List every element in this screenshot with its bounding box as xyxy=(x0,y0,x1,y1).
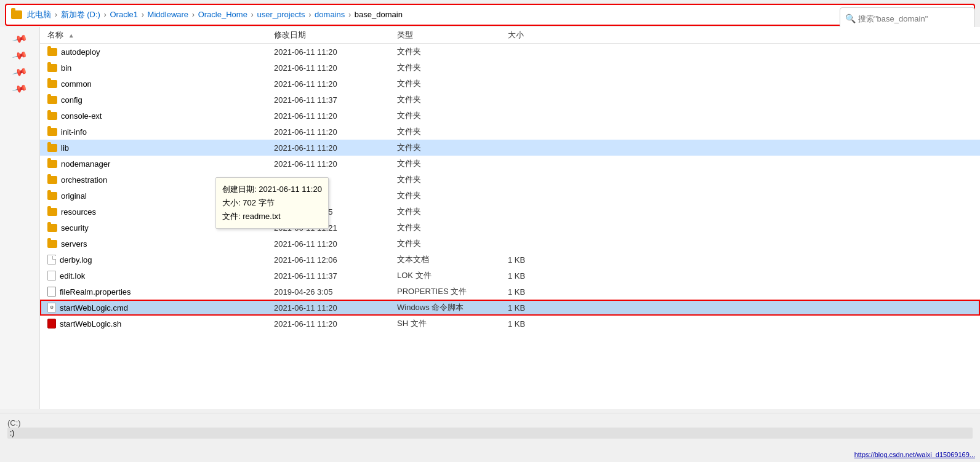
folder-icon xyxy=(47,144,57,152)
file-name: autodeploy xyxy=(61,47,100,57)
cell-type: 文件夹 xyxy=(397,158,508,169)
cell-size: 1 KB xyxy=(508,303,569,313)
cell-name: init-info xyxy=(40,127,274,137)
table-row[interactable]: edit.lok 2021-06-11 11:37 LOK 文件 1 KB xyxy=(40,268,980,284)
cell-date: 2021-06-11 11:37 xyxy=(274,271,397,281)
file-name: lib xyxy=(61,143,69,153)
table-row[interactable]: fileRealm.properties 2019-04-26 3:05 PRO… xyxy=(40,284,980,300)
table-row[interactable]: orchestration 文件夹 xyxy=(40,172,980,188)
drive-selected[interactable]: :) xyxy=(7,428,973,439)
col-header-type[interactable]: 类型 xyxy=(397,30,508,41)
table-row[interactable]: original 文件夹 xyxy=(40,188,980,204)
main-content: 📌 📌 📌 📌 名称 ▲ 修改日期 类型 大小 auto xyxy=(0,27,980,409)
address-bar[interactable]: 此电脑 › 新加卷 (D:) › Oracle1 › Middleware › … xyxy=(5,4,975,26)
cell-size: 1 KB xyxy=(508,319,569,329)
table-row[interactable]: common 2021-06-11 11:20 文件夹 xyxy=(40,76,980,92)
folder-icon xyxy=(47,224,57,232)
breadcrumb: 此电脑 › 新加卷 (D:) › Oracle1 › Middleware › … xyxy=(11,9,942,20)
search-input[interactable] xyxy=(858,14,957,23)
cell-date: 2021-06-11 11:20 xyxy=(274,79,397,89)
bottom-panel: (C:) :) xyxy=(0,413,980,462)
table-row[interactable]: nodemanager 2021-06-11 11:20 文件夹 xyxy=(40,156,980,172)
pin-icon-3[interactable]: 📌 xyxy=(12,64,28,80)
file-name: startWebLogic.cmd xyxy=(60,303,128,313)
url-bar: https://blog.csdn.net/waixi_d15069169... xyxy=(854,451,975,458)
folder-icon xyxy=(47,192,57,200)
cell-date: 2021-06-11 11:20 xyxy=(274,239,397,249)
column-headers: 名称 ▲ 修改日期 类型 大小 xyxy=(40,27,980,44)
table-row[interactable]: startWebLogic.sh 2021-06-11 11:20 SH 文件 … xyxy=(40,316,980,332)
cell-name: edit.lok xyxy=(40,271,274,281)
cell-date: 2021-06-11 11:20 xyxy=(274,143,397,153)
pin-icon-2[interactable]: 📌 xyxy=(12,47,28,63)
cell-name: bin xyxy=(40,63,274,73)
pin-icon-1[interactable]: 📌 xyxy=(12,31,28,47)
cell-type: Windows 命令脚本 xyxy=(397,302,508,313)
file-list: 名称 ▲ 修改日期 类型 大小 autodeploy 2021-06-11 11… xyxy=(40,27,980,409)
cell-date: 2021-06-11 11:20 xyxy=(274,303,397,313)
table-row[interactable]: lib 2021-06-11 11:20 文件夹 xyxy=(40,140,980,156)
cell-type: SH 文件 xyxy=(397,318,508,329)
cell-size: 1 KB xyxy=(508,287,569,297)
cell-date: 2021-06-11 11:20 xyxy=(274,47,397,57)
table-row[interactable]: bin 2021-06-11 11:20 文件夹 xyxy=(40,60,980,76)
cell-type: 文件夹 xyxy=(397,142,508,153)
sort-arrow-name: ▲ xyxy=(68,32,74,39)
table-row[interactable]: servers 2021-06-11 11:20 文件夹 xyxy=(40,236,980,252)
cell-name: fileRealm.properties xyxy=(40,287,274,297)
lok-file-icon xyxy=(47,271,56,281)
cell-date: 2021-06-11 11:20 xyxy=(274,63,397,73)
breadcrumb-text: 此电脑 › 新加卷 (D:) › Oracle1 › Middleware › … xyxy=(27,9,403,20)
table-row[interactable]: derby.log 2021-06-11 12:06 文本文档 1 KB xyxy=(40,252,980,268)
file-name: console-ext xyxy=(61,111,102,121)
col-header-size[interactable]: 大小 xyxy=(508,30,569,41)
search-bar[interactable]: 🔍 xyxy=(840,7,975,30)
sidebar: 📌 📌 📌 📌 xyxy=(0,27,40,409)
col-header-date[interactable]: 修改日期 xyxy=(274,30,397,41)
cell-size: 1 KB xyxy=(508,271,569,281)
pin-icon-4[interactable]: 📌 xyxy=(12,81,28,97)
cell-date: 2021-06-11 12:06 xyxy=(274,255,397,265)
table-row[interactable]: security 2021-06-11 11:21 文件夹 xyxy=(40,220,980,236)
file-name: nodemanager xyxy=(61,159,110,169)
cell-date: 2021-06-11 11:20 xyxy=(274,319,397,329)
file-name: orchestration xyxy=(61,175,107,185)
file-name: derby.log xyxy=(60,255,92,265)
table-row[interactable]: resources 2019-04-26 3:05 文件夹 xyxy=(40,204,980,220)
cell-type: 文件夹 xyxy=(397,126,508,137)
cell-type: 文件夹 xyxy=(397,174,508,185)
file-name: resources xyxy=(61,207,96,217)
tooltip-line2: 大小: 702 字节 xyxy=(222,196,322,210)
sh-file-icon xyxy=(47,319,56,329)
cell-name: derby.log xyxy=(40,255,274,265)
prop-file-icon xyxy=(47,287,56,297)
cell-date: 2021-06-11 11:37 xyxy=(274,95,397,105)
cell-name: console-ext xyxy=(40,111,274,121)
search-icon: 🔍 xyxy=(845,14,856,23)
table-row[interactable]: config 2021-06-11 11:37 文件夹 xyxy=(40,92,980,108)
col-header-name[interactable]: 名称 ▲ xyxy=(40,30,274,41)
cell-date: 2019-04-26 3:05 xyxy=(274,287,397,297)
cell-type: 文本文档 xyxy=(397,254,508,265)
folder-icon xyxy=(47,80,57,88)
log-file-icon xyxy=(47,255,56,265)
cell-name: nodemanager xyxy=(40,159,274,169)
tooltip-line1: 创建日期: 2021-06-11 11:20 xyxy=(222,183,322,196)
drive-c-label: (C:) xyxy=(7,418,973,428)
tooltip-line3: 文件: readme.txt xyxy=(222,210,322,223)
cell-name: servers xyxy=(40,239,274,249)
folder-icon xyxy=(47,176,57,184)
file-name: edit.lok xyxy=(60,271,85,281)
cell-type: 文件夹 xyxy=(397,78,508,89)
cell-type: 文件夹 xyxy=(397,238,508,249)
cell-type: 文件夹 xyxy=(397,62,508,73)
folder-icon xyxy=(11,10,22,19)
folder-icon xyxy=(47,160,57,168)
file-name: common xyxy=(61,79,92,89)
table-row[interactable]: autodeploy 2021-06-11 11:20 文件夹 xyxy=(40,44,980,60)
table-row[interactable]: console-ext 2021-06-11 11:20 文件夹 xyxy=(40,108,980,124)
table-row[interactable]: ⚙ startWebLogic.cmd 2021-06-11 11:20 Win… xyxy=(40,300,980,316)
table-row[interactable]: init-info 2021-06-11 11:20 文件夹 xyxy=(40,124,980,140)
tooltip-popup: 创建日期: 2021-06-11 11:20 大小: 702 字节 文件: re… xyxy=(215,177,329,229)
file-name: fileRealm.properties xyxy=(60,287,131,297)
